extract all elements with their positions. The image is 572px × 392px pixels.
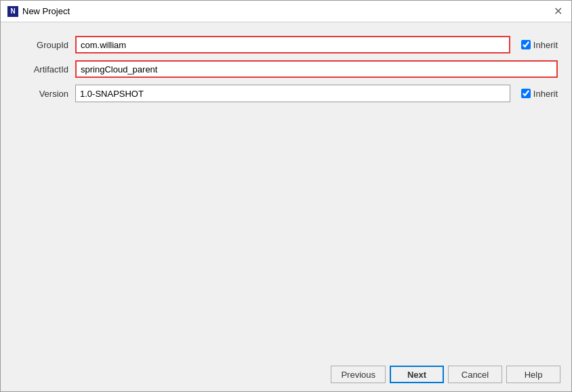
title-bar: N New Project ✕ <box>1 1 571 22</box>
groupid-inherit-label: Inherit <box>533 40 558 50</box>
close-button[interactable]: ✕ <box>551 5 565 18</box>
groupid-row: GroupId Inherit <box>14 36 558 53</box>
groupid-inherit-container: Inherit <box>521 40 558 50</box>
content-spacer <box>14 109 558 344</box>
new-project-dialog: N New Project ✕ GroupId Inherit Artifact… <box>0 0 572 392</box>
footer: Previous Next Cancel Help <box>1 357 571 391</box>
dialog-title: New Project <box>22 6 70 16</box>
artifactid-label: ArtifactId <box>14 64 68 74</box>
artifactid-input[interactable] <box>75 60 558 78</box>
previous-button[interactable]: Previous <box>331 366 386 383</box>
groupid-inherit-checkbox[interactable] <box>521 40 531 49</box>
title-bar-left: N New Project <box>7 6 70 17</box>
version-inherit-label: Inherit <box>533 89 558 99</box>
version-input[interactable] <box>75 85 510 102</box>
version-label: Version <box>14 89 68 99</box>
cancel-button[interactable]: Cancel <box>448 366 502 383</box>
version-inherit-checkbox[interactable] <box>521 89 531 98</box>
version-inherit-container: Inherit <box>521 89 558 99</box>
groupid-label: GroupId <box>14 40 68 50</box>
dialog-icon: N <box>7 6 18 17</box>
artifactid-row: ArtifactId <box>14 60 558 78</box>
help-button[interactable]: Help <box>506 366 560 383</box>
version-row: Version Inherit <box>14 85 558 102</box>
form-content: GroupId Inherit ArtifactId Version Inher… <box>1 22 571 357</box>
groupid-input[interactable] <box>75 36 510 53</box>
next-button[interactable]: Next <box>390 366 444 383</box>
